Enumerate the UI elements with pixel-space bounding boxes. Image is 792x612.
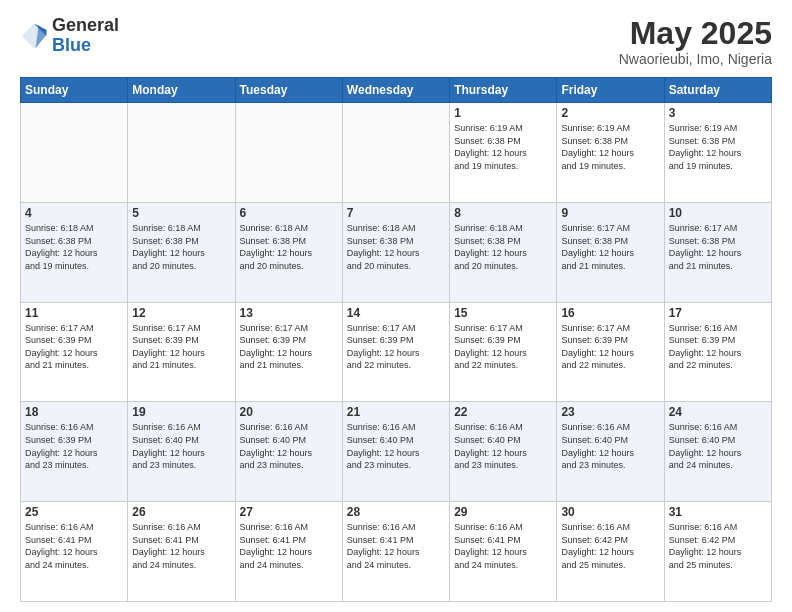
day-info: Sunrise: 6:18 AM Sunset: 6:38 PM Dayligh… xyxy=(132,222,230,272)
day-info: Sunrise: 6:16 AM Sunset: 6:41 PM Dayligh… xyxy=(240,521,338,571)
calendar-week-row: 25Sunrise: 6:16 AM Sunset: 6:41 PM Dayli… xyxy=(21,502,772,602)
day-info: Sunrise: 6:17 AM Sunset: 6:39 PM Dayligh… xyxy=(240,322,338,372)
table-row: 22Sunrise: 6:16 AM Sunset: 6:40 PM Dayli… xyxy=(450,402,557,502)
table-row: 25Sunrise: 6:16 AM Sunset: 6:41 PM Dayli… xyxy=(21,502,128,602)
day-info: Sunrise: 6:18 AM Sunset: 6:38 PM Dayligh… xyxy=(25,222,123,272)
calendar-week-row: 11Sunrise: 6:17 AM Sunset: 6:39 PM Dayli… xyxy=(21,302,772,402)
title-block: May 2025 Nwaorieubi, Imo, Nigeria xyxy=(619,16,772,67)
day-info: Sunrise: 6:17 AM Sunset: 6:39 PM Dayligh… xyxy=(561,322,659,372)
table-row xyxy=(342,103,449,203)
calendar-week-row: 18Sunrise: 6:16 AM Sunset: 6:39 PM Dayli… xyxy=(21,402,772,502)
day-number: 8 xyxy=(454,206,552,220)
table-row: 13Sunrise: 6:17 AM Sunset: 6:39 PM Dayli… xyxy=(235,302,342,402)
day-info: Sunrise: 6:16 AM Sunset: 6:42 PM Dayligh… xyxy=(561,521,659,571)
table-row: 23Sunrise: 6:16 AM Sunset: 6:40 PM Dayli… xyxy=(557,402,664,502)
day-info: Sunrise: 6:18 AM Sunset: 6:38 PM Dayligh… xyxy=(347,222,445,272)
table-row xyxy=(21,103,128,203)
day-info: Sunrise: 6:16 AM Sunset: 6:41 PM Dayligh… xyxy=(25,521,123,571)
day-number: 24 xyxy=(669,405,767,419)
day-number: 23 xyxy=(561,405,659,419)
logo-text: General Blue xyxy=(52,16,119,56)
table-row: 30Sunrise: 6:16 AM Sunset: 6:42 PM Dayli… xyxy=(557,502,664,602)
table-row: 10Sunrise: 6:17 AM Sunset: 6:38 PM Dayli… xyxy=(664,202,771,302)
calendar-week-row: 4Sunrise: 6:18 AM Sunset: 6:38 PM Daylig… xyxy=(21,202,772,302)
day-info: Sunrise: 6:16 AM Sunset: 6:42 PM Dayligh… xyxy=(669,521,767,571)
day-number: 9 xyxy=(561,206,659,220)
table-row: 17Sunrise: 6:16 AM Sunset: 6:39 PM Dayli… xyxy=(664,302,771,402)
table-row xyxy=(235,103,342,203)
logo-blue-text: Blue xyxy=(52,36,119,56)
table-row: 12Sunrise: 6:17 AM Sunset: 6:39 PM Dayli… xyxy=(128,302,235,402)
day-info: Sunrise: 6:16 AM Sunset: 6:41 PM Dayligh… xyxy=(347,521,445,571)
table-row: 15Sunrise: 6:17 AM Sunset: 6:39 PM Dayli… xyxy=(450,302,557,402)
table-row: 16Sunrise: 6:17 AM Sunset: 6:39 PM Dayli… xyxy=(557,302,664,402)
table-row: 27Sunrise: 6:16 AM Sunset: 6:41 PM Dayli… xyxy=(235,502,342,602)
day-info: Sunrise: 6:19 AM Sunset: 6:38 PM Dayligh… xyxy=(561,122,659,172)
table-row: 9Sunrise: 6:17 AM Sunset: 6:38 PM Daylig… xyxy=(557,202,664,302)
day-info: Sunrise: 6:18 AM Sunset: 6:38 PM Dayligh… xyxy=(454,222,552,272)
col-sunday: Sunday xyxy=(21,78,128,103)
calendar-header-row: Sunday Monday Tuesday Wednesday Thursday… xyxy=(21,78,772,103)
location: Nwaorieubi, Imo, Nigeria xyxy=(619,51,772,67)
col-wednesday: Wednesday xyxy=(342,78,449,103)
day-number: 3 xyxy=(669,106,767,120)
day-number: 7 xyxy=(347,206,445,220)
day-number: 25 xyxy=(25,505,123,519)
day-info: Sunrise: 6:17 AM Sunset: 6:39 PM Dayligh… xyxy=(25,322,123,372)
day-info: Sunrise: 6:17 AM Sunset: 6:38 PM Dayligh… xyxy=(669,222,767,272)
day-number: 12 xyxy=(132,306,230,320)
day-info: Sunrise: 6:16 AM Sunset: 6:40 PM Dayligh… xyxy=(561,421,659,471)
table-row: 29Sunrise: 6:16 AM Sunset: 6:41 PM Dayli… xyxy=(450,502,557,602)
day-number: 2 xyxy=(561,106,659,120)
table-row: 24Sunrise: 6:16 AM Sunset: 6:40 PM Dayli… xyxy=(664,402,771,502)
day-info: Sunrise: 6:17 AM Sunset: 6:39 PM Dayligh… xyxy=(347,322,445,372)
table-row: 8Sunrise: 6:18 AM Sunset: 6:38 PM Daylig… xyxy=(450,202,557,302)
table-row: 14Sunrise: 6:17 AM Sunset: 6:39 PM Dayli… xyxy=(342,302,449,402)
day-number: 11 xyxy=(25,306,123,320)
col-thursday: Thursday xyxy=(450,78,557,103)
day-number: 18 xyxy=(25,405,123,419)
day-number: 16 xyxy=(561,306,659,320)
day-number: 22 xyxy=(454,405,552,419)
table-row: 5Sunrise: 6:18 AM Sunset: 6:38 PM Daylig… xyxy=(128,202,235,302)
page: General Blue May 2025 Nwaorieubi, Imo, N… xyxy=(0,0,792,612)
day-number: 14 xyxy=(347,306,445,320)
month-title: May 2025 xyxy=(619,16,772,51)
day-info: Sunrise: 6:16 AM Sunset: 6:40 PM Dayligh… xyxy=(132,421,230,471)
day-number: 4 xyxy=(25,206,123,220)
table-row: 18Sunrise: 6:16 AM Sunset: 6:39 PM Dayli… xyxy=(21,402,128,502)
day-info: Sunrise: 6:16 AM Sunset: 6:40 PM Dayligh… xyxy=(669,421,767,471)
day-info: Sunrise: 6:16 AM Sunset: 6:40 PM Dayligh… xyxy=(454,421,552,471)
table-row: 26Sunrise: 6:16 AM Sunset: 6:41 PM Dayli… xyxy=(128,502,235,602)
col-friday: Friday xyxy=(557,78,664,103)
logo: General Blue xyxy=(20,16,119,56)
logo-general-text: General xyxy=(52,16,119,36)
day-info: Sunrise: 6:16 AM Sunset: 6:39 PM Dayligh… xyxy=(25,421,123,471)
day-number: 13 xyxy=(240,306,338,320)
day-number: 1 xyxy=(454,106,552,120)
day-number: 30 xyxy=(561,505,659,519)
day-info: Sunrise: 6:17 AM Sunset: 6:39 PM Dayligh… xyxy=(454,322,552,372)
day-number: 10 xyxy=(669,206,767,220)
day-number: 6 xyxy=(240,206,338,220)
day-info: Sunrise: 6:19 AM Sunset: 6:38 PM Dayligh… xyxy=(454,122,552,172)
day-info: Sunrise: 6:16 AM Sunset: 6:39 PM Dayligh… xyxy=(669,322,767,372)
table-row: 11Sunrise: 6:17 AM Sunset: 6:39 PM Dayli… xyxy=(21,302,128,402)
day-number: 21 xyxy=(347,405,445,419)
calendar-week-row: 1Sunrise: 6:19 AM Sunset: 6:38 PM Daylig… xyxy=(21,103,772,203)
table-row: 3Sunrise: 6:19 AM Sunset: 6:38 PM Daylig… xyxy=(664,103,771,203)
table-row: 31Sunrise: 6:16 AM Sunset: 6:42 PM Dayli… xyxy=(664,502,771,602)
day-number: 29 xyxy=(454,505,552,519)
table-row: 1Sunrise: 6:19 AM Sunset: 6:38 PM Daylig… xyxy=(450,103,557,203)
day-info: Sunrise: 6:19 AM Sunset: 6:38 PM Dayligh… xyxy=(669,122,767,172)
col-monday: Monday xyxy=(128,78,235,103)
day-info: Sunrise: 6:16 AM Sunset: 6:40 PM Dayligh… xyxy=(347,421,445,471)
table-row: 28Sunrise: 6:16 AM Sunset: 6:41 PM Dayli… xyxy=(342,502,449,602)
day-number: 31 xyxy=(669,505,767,519)
header: General Blue May 2025 Nwaorieubi, Imo, N… xyxy=(20,16,772,67)
table-row: 6Sunrise: 6:18 AM Sunset: 6:38 PM Daylig… xyxy=(235,202,342,302)
day-number: 5 xyxy=(132,206,230,220)
table-row: 21Sunrise: 6:16 AM Sunset: 6:40 PM Dayli… xyxy=(342,402,449,502)
day-number: 15 xyxy=(454,306,552,320)
table-row: 7Sunrise: 6:18 AM Sunset: 6:38 PM Daylig… xyxy=(342,202,449,302)
